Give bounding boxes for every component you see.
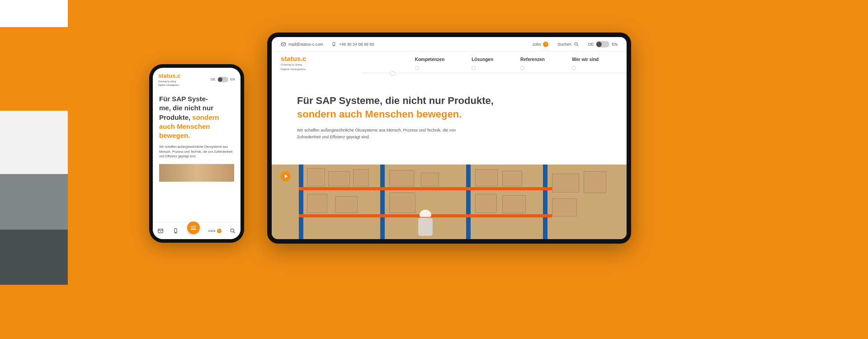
nav-indicator-dot (415, 66, 419, 70)
tablet-screen: mail@status-c.com +49 30 24 08 99 50 Job… (272, 37, 627, 239)
swatch-orange (0, 27, 68, 111)
swatch-dark-grey (0, 230, 68, 285)
phone-icon[interactable] (172, 227, 179, 235)
phone-screen: status.c Growing by doing. Digitize Intr… (153, 68, 241, 239)
warehouse-box (421, 173, 439, 186)
hardhat-icon (420, 210, 431, 217)
warehouse-worker (416, 210, 434, 239)
phone-lead-text: Wir schaffen außergewöhnliche Ökosysteme… (159, 145, 234, 159)
swatch-white (0, 0, 68, 27)
tablet-logo[interactable]: status.c Growing by doing. Digitize Intr… (281, 55, 307, 71)
tablet-topbar: mail@status-c.com +49 30 24 08 99 50 Job… (272, 37, 627, 52)
menu-fab-button[interactable] (187, 221, 200, 234)
topbar-email[interactable]: mail@status-c.com (281, 42, 323, 47)
nav-item-kompetenzen[interactable]: Kompetenzen (415, 57, 445, 69)
svg-point-3 (231, 229, 234, 232)
logo-tagline-1: Growing by doing. (281, 63, 307, 66)
swatch-orange-2 (0, 285, 68, 339)
mail-icon (281, 42, 286, 47)
topbar-phone[interactable]: +49 30 24 08 99 50 (331, 42, 374, 47)
warehouse-beam (299, 187, 552, 190)
warehouse-box (389, 170, 414, 186)
jobs-count-badge: 7 (543, 42, 548, 47)
tablet-main-nav: status.c Growing by doing. Digitize Intr… (272, 52, 627, 74)
search-icon (574, 42, 579, 47)
swatch-mid-grey (0, 174, 68, 230)
warehouse-shelf (466, 165, 471, 239)
logo-tagline-2: Digitize Intralogistics. (281, 68, 307, 71)
tablet-device-frame: mail@status-c.com +49 30 24 08 99 50 Job… (267, 33, 631, 244)
language-switch[interactable]: DE EN (588, 41, 618, 47)
color-swatch-sidebar (0, 0, 68, 339)
warehouse-box (389, 193, 415, 213)
jobs-link[interactable]: Jobs 7 (208, 229, 222, 233)
warehouse-shelf (299, 165, 303, 239)
topbar-left: mail@status-c.com +49 30 24 08 99 50 (281, 42, 374, 47)
warehouse-shelf (380, 165, 385, 239)
warehouse-box (502, 195, 526, 213)
warehouse-box (502, 171, 522, 186)
search-link[interactable]: Suchen (557, 42, 579, 47)
warehouse-box (353, 169, 369, 186)
headline-dark-part: Für SAP Systeme, die nicht nur Produkte, (297, 95, 494, 106)
jobs-link[interactable]: Jobs 7 (532, 42, 548, 47)
headline-orange-part: sondern auch Menschen bewegen. (297, 108, 462, 120)
nav-underline (362, 73, 627, 73)
hamburger-icon (191, 226, 196, 230)
swatch-light-grey (0, 111, 68, 174)
search-label: Suchen (557, 42, 571, 47)
tablet-hero: Für SAP Systeme, die nicht nur Produkte,… (272, 74, 627, 140)
mail-icon[interactable] (157, 227, 164, 235)
logo-text: status.c (158, 72, 180, 79)
phone-language-switch[interactable]: DE EN (211, 77, 235, 82)
lang-de-label: DE (211, 77, 216, 81)
language-toggle[interactable] (217, 77, 228, 82)
phone-device-frame: status.c Growing by doing. Digitize Intr… (149, 64, 244, 243)
logo-text: status.c (281, 55, 307, 62)
svg-point-6 (334, 45, 334, 46)
topbar-right: Jobs 7 Suchen DE EN (532, 41, 618, 47)
warehouse-box (335, 196, 358, 213)
warehouse-box (328, 171, 350, 186)
warehouse-box (552, 198, 577, 217)
warehouse-box (475, 169, 498, 186)
warehouse-box (552, 174, 579, 193)
warehouse-box (584, 171, 606, 193)
warehouse-box (307, 168, 325, 186)
svg-point-7 (575, 42, 577, 45)
warehouse-box (307, 194, 327, 213)
jobs-label: Jobs (208, 229, 216, 233)
logo-tagline-1: Growing by doing. (158, 80, 180, 83)
logo-tagline-2: Digitize Intralogistics. (158, 84, 180, 86)
jobs-label: Jobs (532, 42, 541, 47)
jobs-count-badge: 7 (217, 229, 222, 233)
email-text: mail@status-c.com (288, 42, 323, 47)
tablet-hero-image (272, 165, 627, 239)
nav-indicator-dot (472, 66, 476, 70)
phone-header: status.c Growing by doing. Digitize Intr… (153, 68, 241, 88)
phone-bottom-nav: Jobs 7 (153, 222, 241, 239)
svg-point-2 (175, 232, 176, 232)
language-toggle[interactable] (596, 41, 609, 47)
nav-item-loesungen[interactable]: Lösungen (472, 57, 493, 69)
search-icon[interactable] (229, 227, 236, 235)
phone-hero: Für SAP Syste-me, die nicht nur Produkte… (153, 88, 241, 239)
warehouse-box (475, 194, 497, 213)
lang-en-label: EN (612, 42, 618, 47)
nav-indicator-dot (572, 66, 576, 70)
lang-en-label: EN (230, 77, 235, 81)
tablet-lead-text: Wir schaffen außergewöhnliche Ökosysteme… (297, 127, 460, 140)
nav-indicator-dot (520, 66, 524, 70)
phone-headline: Für SAP Syste-me, die nicht nur Produkte… (159, 94, 234, 140)
phone-logo[interactable]: status.c Growing by doing. Digitize Intr… (158, 72, 180, 86)
nav-item-referenzen[interactable]: Referenzen (520, 57, 545, 69)
worker-body (418, 218, 433, 236)
nav-items: Kompetenzen Lösungen Referenzen Wer wir … (415, 57, 599, 69)
nav-item-wer-wir-sind[interactable]: Wer wir sind (572, 57, 599, 69)
phone-icon (331, 42, 337, 47)
play-button[interactable] (281, 171, 291, 181)
warehouse-shelf (543, 165, 547, 239)
lang-de-label: DE (588, 42, 594, 47)
phone-text: +49 30 24 08 99 50 (339, 42, 374, 47)
tablet-headline: Für SAP Systeme, die nicht nur Produkte,… (297, 94, 496, 121)
